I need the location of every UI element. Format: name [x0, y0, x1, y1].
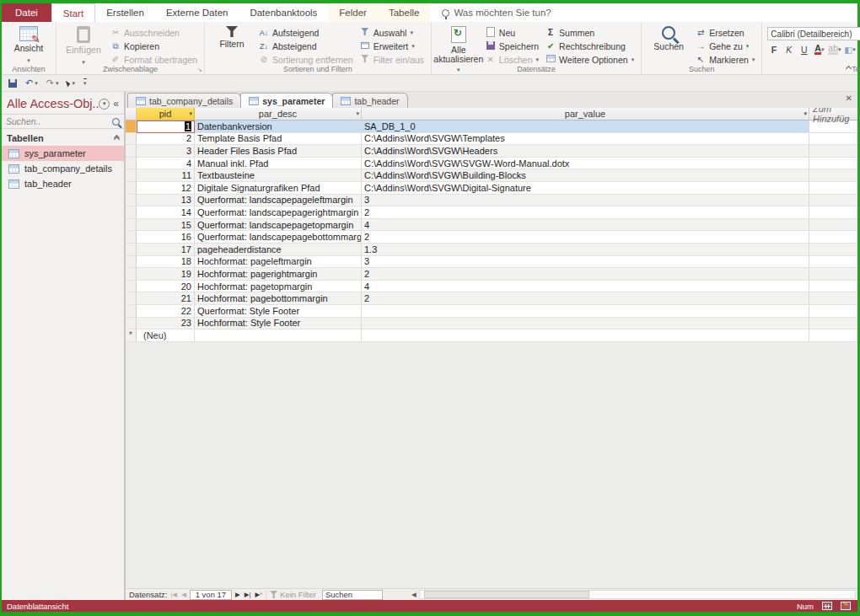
- cell-par-value[interactable]: 4: [362, 219, 809, 232]
- column-header-par-desc[interactable]: par_desc ▾: [195, 108, 362, 121]
- row-selector[interactable]: [126, 206, 137, 219]
- column-header-pid[interactable]: pid ▾: [137, 108, 195, 121]
- row-selector[interactable]: [126, 318, 137, 330]
- cell-par-value[interactable]: 2: [362, 206, 809, 219]
- cell-par-desc[interactable]: Datenbankversion: [195, 121, 362, 133]
- cell-add-field[interactable]: [809, 145, 857, 158]
- cell-par-desc[interactable]: Hochformat: pagetopmargin: [195, 281, 362, 293]
- table-row[interactable]: 3Header Files Basis PfadC:\Addins\Word\S…: [126, 145, 857, 158]
- nav-menu-icon[interactable]: ▾: [99, 99, 110, 110]
- cell-par-desc[interactable]: Querformat: landscapepagerightmargin: [195, 206, 362, 219]
- ribbon-tab-erstellen[interactable]: Erstellen: [95, 3, 155, 22]
- column-header-par-value[interactable]: par_value ▾: [362, 108, 809, 121]
- cell-par-value[interactable]: 4: [362, 281, 809, 293]
- cut-button[interactable]: ✂ Ausschneiden: [109, 26, 199, 39]
- background-color-button[interactable]: ◧▾: [844, 43, 857, 56]
- scrollbar-track[interactable]: [419, 590, 856, 599]
- next-record-button[interactable]: ▶: [234, 591, 241, 598]
- cell-add-field[interactable]: [809, 231, 857, 244]
- filter-status[interactable]: Kein Filter: [266, 590, 320, 599]
- goto-button[interactable]: → Gehe zu ▾: [694, 40, 756, 52]
- row-selector[interactable]: [126, 244, 137, 256]
- table-row[interactable]: 1DatenbankversionSA_DB_1_0: [126, 121, 857, 133]
- cell-add-field[interactable]: [809, 169, 857, 182]
- select-button[interactable]: ↖ Markieren ▾: [694, 53, 756, 66]
- remove-sort-button[interactable]: ⊘ Sortierung entfernen: [257, 53, 355, 66]
- row-selector[interactable]: [126, 158, 137, 170]
- first-record-button[interactable]: |◀: [169, 591, 178, 598]
- new-blank-record-button[interactable]: ▶*: [254, 591, 263, 598]
- cell-par-value[interactable]: C:\Addins\Word\SVGW\Headers: [362, 145, 809, 158]
- cell-par-desc[interactable]: Querformat: landscapepagebottommargin: [195, 231, 362, 244]
- replace-button[interactable]: ⇄ Ersetzen: [694, 26, 756, 39]
- new-record-button[interactable]: Neu: [484, 26, 540, 39]
- cell-add-field[interactable]: [809, 305, 857, 318]
- save-record-button[interactable]: Speichern: [484, 40, 540, 52]
- cell-pid[interactable]: 15: [137, 219, 195, 232]
- table-row[interactable]: 11TextbausteineC:\Addins\Word\SVGW\Build…: [126, 169, 857, 182]
- format-painter-button[interactable]: ✐ Format übertragen: [109, 53, 199, 66]
- row-selector[interactable]: [126, 195, 137, 207]
- ribbon-tab-datei[interactable]: Datei: [2, 3, 51, 22]
- cell-par-desc[interactable]: Hochformat: pagebottommargin: [195, 292, 362, 305]
- cell-par-desc[interactable]: Manual inkl. Pfad: [195, 158, 362, 170]
- sort-descending-button[interactable]: Z↓ Absteigend: [257, 40, 355, 52]
- font-name-combo[interactable]: Calibri (Detailbereich) ▾: [767, 27, 860, 40]
- filter-arrow-icon[interactable]: ▾: [189, 110, 192, 117]
- row-selector[interactable]: [126, 231, 137, 244]
- tell-me-box[interactable]: Was möchten Sie tun?: [430, 3, 551, 22]
- cell-add-field[interactable]: [809, 292, 857, 305]
- table-row[interactable]: 12Digitale Signaturgrafiken PfadC:\Addin…: [126, 182, 857, 195]
- table-row[interactable]: 4Manual inkl. PfadC:\Addins\Word\SVGW\SV…: [126, 158, 857, 170]
- cell-pid[interactable]: 3: [137, 145, 195, 158]
- cell-pid[interactable]: 19: [137, 268, 195, 281]
- table-row[interactable]: 18Hochformat: pageleftmargin3: [126, 256, 857, 269]
- filter-arrow-icon[interactable]: ▾: [804, 110, 807, 117]
- doc-tab-tab_company_details[interactable]: tab_company_details: [127, 93, 241, 108]
- paste-button[interactable]: Einfügen ▾: [62, 24, 105, 67]
- qat-customize-button[interactable]: ▾: [83, 80, 87, 87]
- cell-par-desc[interactable]: Querformat: landscapepageleftmargin: [195, 195, 362, 207]
- cell-par-value[interactable]: 2: [362, 231, 809, 244]
- cell-pid[interactable]: 22: [137, 305, 195, 318]
- sidebar-item-sys_parameter[interactable]: sys_parameter: [2, 146, 124, 161]
- cell-add-field[interactable]: [809, 182, 857, 195]
- selection-button[interactable]: Auswahl ▾: [358, 26, 426, 39]
- cell-par-value[interactable]: C:\Addins\Word\SVGW\Templates: [362, 133, 809, 146]
- cell-par-value[interactable]: [362, 329, 809, 342]
- table-row[interactable]: 15Querformat: landscapepagetopmargin4: [126, 219, 857, 232]
- ribbon-tab-externe-daten[interactable]: Externe Daten: [155, 3, 239, 22]
- cell-pid[interactable]: 17: [137, 244, 195, 256]
- cell-pid[interactable]: 18: [137, 256, 195, 269]
- cell-add-field[interactable]: [809, 244, 857, 256]
- cell-par-value[interactable]: 1.3: [362, 244, 809, 256]
- cell-add-field[interactable]: [809, 158, 857, 170]
- row-selector[interactable]: [126, 281, 137, 293]
- cell-pid[interactable]: 21: [137, 292, 195, 305]
- cell-par-value[interactable]: [362, 318, 809, 330]
- ribbon-tab-tabelle[interactable]: Tabelle: [378, 3, 430, 22]
- table-row[interactable]: 14Querformat: landscapepagerightmargin2: [126, 206, 857, 219]
- table-row[interactable]: 23Hochformat: Style Footer: [126, 318, 857, 330]
- cell-add-field[interactable]: [809, 268, 857, 281]
- find-button[interactable]: Suchen: [647, 24, 691, 51]
- table-row[interactable]: 13Querformat: landscapepageleftmargin3: [126, 195, 857, 207]
- cell-par-value[interactable]: 3: [362, 195, 809, 207]
- row-selector[interactable]: [126, 145, 137, 158]
- ribbon-tab-start[interactable]: Start: [51, 3, 95, 22]
- cell-par-value[interactable]: 2: [362, 292, 809, 305]
- sidebar-item-tab_company_details[interactable]: tab_company_details: [2, 161, 124, 176]
- datasheet-view-button[interactable]: [822, 602, 832, 610]
- cell-par-desc[interactable]: Digitale Signaturgrafiken Pfad: [195, 182, 362, 195]
- table-row[interactable]: 17pageheaderdistance1.3: [126, 244, 857, 256]
- cell-par-desc[interactable]: Hochformat: Style Footer: [195, 318, 362, 330]
- qat-undo-button[interactable]: ↶▾: [25, 78, 38, 88]
- cell-par-value[interactable]: 2: [362, 268, 809, 281]
- horizontal-scrollbar[interactable]: ◀: [409, 590, 856, 600]
- nav-group-tables[interactable]: Tabellen: [2, 129, 124, 146]
- cell-add-field[interactable]: [809, 206, 857, 219]
- cell-pid[interactable]: 1: [137, 121, 195, 133]
- qat-touch-mode-button[interactable]: ▾: [67, 80, 75, 87]
- cell-pid[interactable]: 12: [137, 182, 195, 195]
- cell-pid[interactable]: (Neu): [137, 329, 195, 342]
